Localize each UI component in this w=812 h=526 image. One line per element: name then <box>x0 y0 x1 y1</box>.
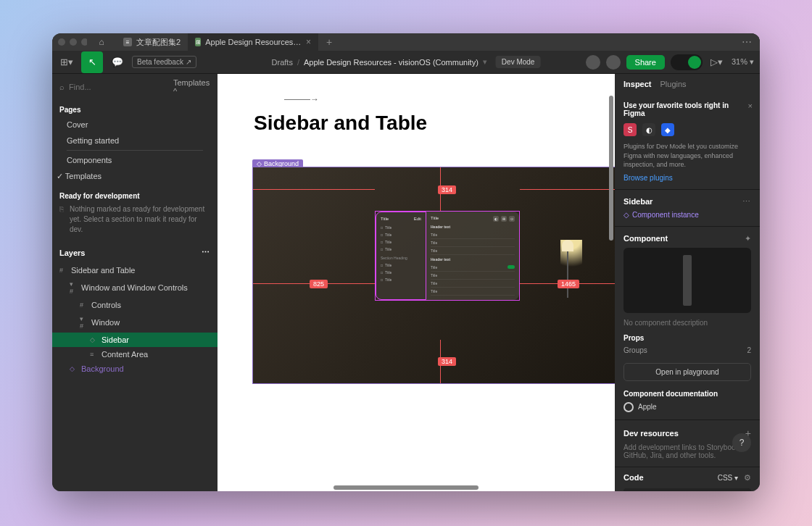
dimension-bottom: 314 <box>438 357 456 366</box>
layers-menu-icon[interactable]: ⋯ <box>202 248 210 257</box>
layer-sidebar-and-table[interactable]: #Sidebar and Table <box>52 263 218 277</box>
tab-plugins[interactable]: Plugins <box>660 80 687 88</box>
layer-sidebar[interactable]: ◇Sidebar <box>52 333 218 347</box>
dev-mode-badge: Dev Mode <box>496 56 541 68</box>
tab-2-label: Apple Design Resources - visionOS (Co <box>205 38 302 46</box>
pages-label: Pages <box>52 100 218 117</box>
mini-item: Title <box>381 224 421 231</box>
avatar[interactable] <box>606 55 621 70</box>
dimension-line <box>520 189 615 190</box>
dimension-top: 314 <box>438 185 456 194</box>
page-getting-started[interactable]: Getting started <box>52 133 218 149</box>
tab-1-label: 文章配图集2 <box>136 37 181 48</box>
mini-item: Title <box>381 231 421 238</box>
tab-inspect[interactable]: Inspect <box>624 80 652 88</box>
add-tab-button[interactable]: + <box>318 33 340 51</box>
mini-row: Title <box>431 247 515 255</box>
doc-apple-link[interactable]: Apple <box>624 402 751 412</box>
mini-header: Header text <box>431 225 515 229</box>
code-settings-icon[interactable]: ⚙ <box>744 473 751 483</box>
playground-button[interactable]: Open in playground <box>624 363 751 381</box>
share-button[interactable]: Share <box>626 55 665 70</box>
component-instance-label[interactable]: ◇ Component instance <box>624 211 751 219</box>
code-label: Code <box>624 473 644 482</box>
groups-value: 2 <box>747 346 751 354</box>
canvas-frame-title: Sidebar and Table <box>254 112 427 135</box>
breadcrumb-root[interactable]: Drafts <box>272 58 293 67</box>
mini-content-area: Title ◐⊞⊙ Header text Title Title Title … <box>426 212 519 300</box>
jira-icon: ◆ <box>661 123 674 136</box>
layer-background[interactable]: ◇Background <box>52 362 218 376</box>
close-icon[interactable]: × <box>306 37 311 47</box>
storybook-icon: S <box>624 123 637 136</box>
mini-header: Header text <box>431 257 515 262</box>
templates-dropdown[interactable]: Templates ^ <box>173 78 210 96</box>
dev-mode-toggle[interactable] <box>671 54 703 70</box>
comment-tool[interactable]: 💬 <box>109 54 126 71</box>
page-components[interactable]: Components <box>52 152 218 168</box>
page-templates[interactable]: Templates <box>52 168 218 185</box>
promo-text: Plugins for Dev Mode let you customize F… <box>624 142 751 170</box>
tab-2[interactable]: ⊞ Apple Design Resources - visionOS (Co … <box>188 33 318 51</box>
mini-row: Title <box>431 272 515 280</box>
mini-item: Title <box>381 246 421 253</box>
background-frame[interactable]: 314 825 1465 314 TitleEdit Title Title T… <box>252 167 615 384</box>
cursor-tool[interactable]: ↖ <box>81 51 103 73</box>
mini-row: Title <box>431 239 515 247</box>
main: ⌕ Templates ^ Pages Cover Getting starte… <box>52 74 760 491</box>
search-icon: ⌕ <box>59 83 65 91</box>
window-menu-button[interactable]: ⋯ <box>742 36 753 48</box>
more-icon[interactable]: ⋯ <box>742 197 751 206</box>
dimension-left: 825 <box>310 280 328 288</box>
tabs-bar: ⌂ ≡ 文章配图集2 ⊞ Apple Design Resources - vi… <box>87 33 760 51</box>
home-tab[interactable]: ⌂ <box>87 33 116 51</box>
doc-label: Component documentation <box>624 390 751 398</box>
layers-tree: #Sidebar and Table ▾ #Window and Window … <box>52 263 218 491</box>
mini-row: Title <box>431 280 515 288</box>
layers-label: Layers <box>59 249 85 257</box>
page-cover[interactable]: Cover <box>52 117 218 133</box>
mini-item: Title <box>381 276 421 283</box>
browse-plugins-link[interactable]: Browse plugins <box>624 174 751 182</box>
dimension-line <box>253 189 375 190</box>
left-panel: ⌕ Templates ^ Pages Cover Getting starte… <box>52 74 218 491</box>
page-divider <box>67 150 203 151</box>
dev-resources-text: Add development links to Storybook, GitH… <box>624 443 751 459</box>
horizontal-scrollbar[interactable] <box>218 485 615 490</box>
code-snippet: -Border- <box>624 488 751 491</box>
breadcrumb-current[interactable]: Apple Design Resources - visionOS (Commu… <box>304 58 478 67</box>
close-icon[interactable]: × <box>748 101 753 110</box>
arrow-annotation: ———→ <box>284 94 319 104</box>
layer-controls[interactable]: #Controls <box>52 298 218 312</box>
promo-panel: Use your favorite tools right in Figma ×… <box>615 94 760 190</box>
titlebar: ⌂ ≡ 文章配图集2 ⊞ Apple Design Resources - vi… <box>52 33 760 51</box>
traffic-lights[interactable] <box>58 38 88 46</box>
search-input[interactable] <box>69 83 169 91</box>
github-icon: ◐ <box>642 123 655 136</box>
visionos-window: TitleEdit Title Title Title Title Sectio… <box>375 211 520 301</box>
play-icon[interactable]: ▷▾ <box>708 54 726 71</box>
component-preview <box>624 248 751 313</box>
ready-text: Nothing marked as ready for development … <box>59 204 210 235</box>
tab-1[interactable]: ≡ 文章配图集2 <box>116 33 188 51</box>
groups-label: Groups <box>624 346 647 354</box>
toolbar: ⊞▾ ↖ 💬 Beta feedback ↗ Drafts / Apple De… <box>52 51 760 74</box>
component-action-icon[interactable]: ✦ <box>745 234 751 243</box>
lamp <box>560 240 575 298</box>
ready-title: Ready for development <box>59 192 210 200</box>
mini-sidebar: TitleEdit Title Title Title Title Sectio… <box>376 212 426 300</box>
help-button[interactable]: ? <box>732 433 751 452</box>
zoom-level[interactable]: 31% ▾ <box>732 57 754 67</box>
figma-logo-icon[interactable]: ⊞▾ <box>58 54 75 71</box>
beta-badge[interactable]: Beta feedback ↗ <box>132 56 196 68</box>
code-lang-dropdown[interactable]: CSS ▾ <box>718 474 738 482</box>
layer-window[interactable]: ▾ #Window <box>52 312 218 333</box>
mini-row: Title <box>431 288 515 296</box>
file-icon: ⊞ <box>195 38 201 46</box>
avatar[interactable] <box>586 55 600 70</box>
layer-window-controls[interactable]: ▾ #Window and Window Controls <box>52 277 218 298</box>
vertical-scrollbar[interactable] <box>609 74 613 491</box>
canvas[interactable]: ———→ Sidebar and Table ◇ Background 314 … <box>218 74 615 491</box>
selection-title: Sidebar <box>624 197 652 206</box>
layer-content-area[interactable]: ≡Content Area <box>52 347 218 362</box>
